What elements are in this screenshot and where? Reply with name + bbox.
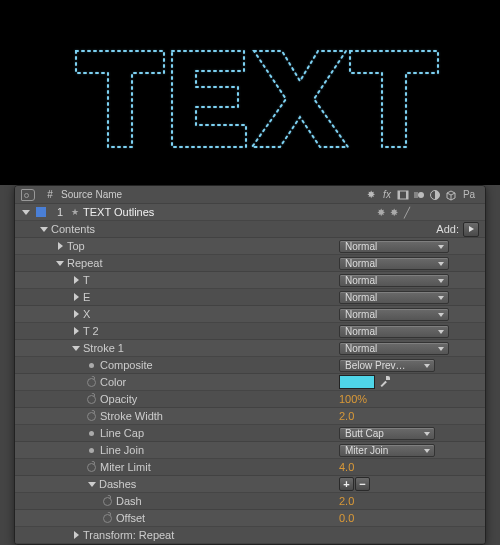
twisty-transform[interactable]: [71, 530, 81, 540]
prop-line-cap[interactable]: Line Cap Butt Cap: [15, 425, 485, 442]
t-blendmode[interactable]: Normal: [339, 274, 449, 287]
prop-line-join[interactable]: Line Join Miter Join: [15, 442, 485, 459]
timeline-panel: # Source Name ✸ fx Pa 1 ★ TEXT Outlines: [14, 185, 486, 545]
contents-row[interactable]: Contents Add:: [15, 221, 485, 238]
stopwatch-icon[interactable]: [87, 395, 96, 404]
dash-label: Dash: [116, 495, 339, 507]
x-blendmode[interactable]: Normal: [339, 308, 449, 321]
dash-value[interactable]: 2.0: [339, 495, 354, 507]
group-t2[interactable]: T 2 Normal: [15, 323, 485, 340]
prop-composite[interactable]: Composite Below Prev…: [15, 357, 485, 374]
layer-switches: ✸ ✸ ╱: [374, 206, 413, 219]
repeat-label: Repeat: [67, 257, 339, 269]
t2-label: T 2: [83, 325, 339, 337]
group-transform-repeat[interactable]: Transform: Repeat: [15, 527, 485, 544]
label-icon[interactable]: [21, 189, 35, 201]
t2-blendmode[interactable]: Normal: [339, 325, 449, 338]
twisty-t2[interactable]: [71, 326, 81, 336]
linecap-dropdown[interactable]: Butt Cap: [339, 427, 435, 440]
eyedropper-icon[interactable]: [379, 376, 391, 388]
stroke-width-label: Stroke Width: [100, 410, 339, 422]
prop-miter-limit[interactable]: Miter Limit 4.0: [15, 459, 485, 476]
group-x[interactable]: X Normal: [15, 306, 485, 323]
stopwatch-icon[interactable]: [87, 463, 96, 472]
stopwatch-icon[interactable]: [87, 378, 96, 387]
x-label: X: [83, 308, 339, 320]
twisty-x[interactable]: [71, 309, 81, 319]
stopwatch-icon[interactable]: [103, 497, 112, 506]
prop-stroke-width[interactable]: Stroke Width 2.0: [15, 408, 485, 425]
twisty-dashes[interactable]: [87, 479, 97, 489]
text-outline-preview: [60, 33, 440, 153]
header-right-label: Pa: [459, 188, 479, 202]
switch-collapse[interactable]: ✸: [387, 206, 400, 219]
svg-rect-1: [398, 191, 400, 199]
contents-twisty[interactable]: [39, 224, 49, 234]
stopwatch-icon[interactable]: [103, 514, 112, 523]
column-source-name: Source Name: [61, 189, 363, 200]
svg-rect-2: [406, 191, 408, 199]
shy-icon[interactable]: ✸: [363, 188, 379, 202]
dash-remove-button[interactable]: −: [355, 477, 370, 491]
top-label: Top: [67, 240, 339, 252]
composition-viewer: [0, 0, 500, 185]
twisty-repeat[interactable]: [55, 258, 65, 268]
stopwatch-icon[interactable]: [87, 412, 96, 421]
offset-value[interactable]: 0.0: [339, 512, 354, 524]
linejoin-dropdown[interactable]: Miter Join: [339, 444, 435, 457]
prop-dash[interactable]: Dash 2.0: [15, 493, 485, 510]
3d-icon[interactable]: [443, 188, 459, 202]
e-label: E: [83, 291, 339, 303]
layer-name[interactable]: TEXT Outlines: [83, 206, 374, 218]
add-label: Add:: [436, 223, 459, 235]
opacity-value[interactable]: 100%: [339, 393, 367, 405]
star-icon: ★: [71, 207, 79, 217]
group-repeat[interactable]: Repeat Normal: [15, 255, 485, 272]
repeat-blendmode[interactable]: Normal: [339, 257, 449, 270]
prop-opacity[interactable]: Opacity 100%: [15, 391, 485, 408]
dash-add-button[interactable]: +: [339, 477, 354, 491]
fx-icon[interactable]: fx: [379, 188, 395, 202]
prop-dashes[interactable]: Dashes + −: [15, 476, 485, 493]
group-top[interactable]: Top Normal: [15, 238, 485, 255]
column-hash: #: [39, 189, 61, 200]
switch-shy[interactable]: ✸: [374, 206, 387, 219]
dashes-plus-minus: + −: [339, 477, 370, 491]
adjustment-icon[interactable]: [427, 188, 443, 202]
frame-blend-icon[interactable]: [395, 188, 411, 202]
layer-index: 1: [49, 206, 71, 218]
twisty-stroke[interactable]: [71, 343, 81, 353]
prop-offset[interactable]: Offset 0.0: [15, 510, 485, 527]
svg-point-3: [418, 192, 424, 198]
stroke-blendmode[interactable]: Normal: [339, 342, 449, 355]
twisty-e[interactable]: [71, 292, 81, 302]
transform-label: Transform: Repeat: [83, 529, 339, 541]
keyframe-dot: [89, 431, 94, 436]
miter-value[interactable]: 4.0: [339, 461, 354, 473]
add-button[interactable]: [463, 222, 479, 237]
layer-color-chip[interactable]: [36, 207, 46, 217]
group-e[interactable]: E Normal: [15, 289, 485, 306]
twisty-t[interactable]: [71, 275, 81, 285]
composite-label: Composite: [100, 359, 339, 371]
stroke-width-value[interactable]: 2.0: [339, 410, 354, 422]
layer-row[interactable]: 1 ★ TEXT Outlines ✸ ✸ ╱: [15, 204, 485, 221]
top-blendmode[interactable]: Normal: [339, 240, 449, 253]
switch-quality[interactable]: ╱: [400, 206, 413, 219]
twisty-top[interactable]: [55, 241, 65, 251]
keyframe-dot: [89, 448, 94, 453]
color-label: Color: [100, 376, 339, 388]
opacity-label: Opacity: [100, 393, 339, 405]
column-header: # Source Name ✸ fx Pa: [15, 186, 485, 204]
contents-label: Contents: [51, 223, 436, 235]
composite-dropdown[interactable]: Below Prev…: [339, 359, 435, 372]
keyframe-dot: [89, 363, 94, 368]
color-swatch[interactable]: [339, 375, 375, 389]
stroke-label: Stroke 1: [83, 342, 339, 354]
motion-blur-icon[interactable]: [411, 188, 427, 202]
e-blendmode[interactable]: Normal: [339, 291, 449, 304]
group-stroke1[interactable]: Stroke 1 Normal: [15, 340, 485, 357]
group-t[interactable]: T Normal: [15, 272, 485, 289]
layer-twisty[interactable]: [21, 207, 31, 217]
prop-color[interactable]: Color: [15, 374, 485, 391]
